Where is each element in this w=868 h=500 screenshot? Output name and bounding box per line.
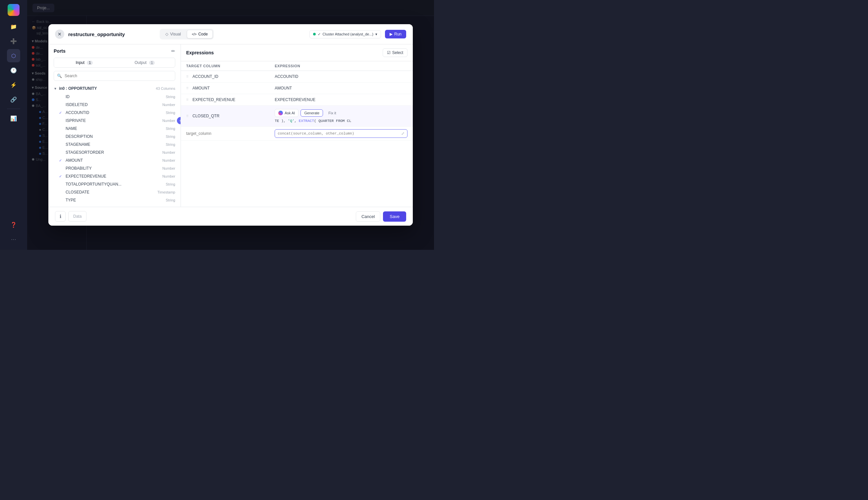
column-row-totalopportunity[interactable]: TOTALOPPORTUNITYQUAN... String	[48, 180, 181, 188]
generate-button[interactable]: Generate	[300, 109, 323, 117]
sidebar-icon-folder[interactable]: 📁	[7, 20, 20, 33]
ports-panel: Ports ✏ Input 1 Output 1 🔍	[48, 44, 181, 207]
data-button[interactable]: Data	[68, 211, 87, 222]
col-name-amount: AMOUNT	[66, 158, 162, 163]
col-type-stagesortorder: Number	[162, 150, 175, 155]
target-amount-label: AMOUNT	[193, 86, 210, 90]
target-expected-revenue-label: EXPECTED_REVENUE	[193, 98, 235, 102]
col-type-expectedrevenue: Number	[162, 174, 175, 178]
input-tab-button[interactable]: Input 1	[54, 58, 115, 67]
column-row-stagesortorder[interactable]: STAGESORTORDER Number	[48, 148, 181, 156]
search-input[interactable]	[54, 71, 175, 81]
sidebar-icon-link[interactable]: 🔗	[7, 93, 20, 106]
col-name-expectedrevenue: EXPECTEDREVENUE	[66, 174, 162, 179]
info-button[interactable]: ℹ	[55, 211, 66, 222]
select-label: Select	[392, 50, 403, 55]
modal-header: ✕ restructure_opportunity ◇ Visual </> C…	[48, 24, 413, 44]
output-tab-label: Output	[135, 60, 146, 65]
section-label: in0 : OPPORTUNITY	[59, 86, 154, 91]
col-name-accountid: ACCOUNTID	[66, 110, 165, 115]
cluster-chevron-icon: ▾	[375, 32, 377, 36]
column-row-amount[interactable]: ✓ AMOUNT Number	[48, 156, 181, 164]
expr-row-closed-qtr[interactable]: ⠿ CLOSED_QTR Ask AI Generate	[181, 106, 413, 127]
col-type-stagename: String	[165, 143, 175, 146]
target-expected-revenue: ⠿ EXPECTED_REVENUE	[186, 98, 275, 102]
target-amount: ⠿ AMOUNT	[186, 86, 275, 90]
expr-row-account-id[interactable]: ⠿ ACCOUNT_ID ACCOUNTID	[181, 71, 413, 82]
expr-amount-value: AMOUNT	[275, 86, 408, 90]
drag-handle-icon: ⠿	[186, 75, 189, 79]
check-icon-accountid: ✓	[59, 111, 64, 115]
column-row-name[interactable]: NAME String	[48, 125, 181, 133]
code-tab-label: Code	[198, 32, 208, 36]
expr-col-header: Expression	[275, 64, 408, 68]
select-button[interactable]: ☑ Select	[382, 48, 408, 57]
sidebar-icon-more[interactable]: ⋯	[7, 232, 20, 246]
fix-it-button[interactable]: Fix it	[325, 110, 339, 116]
input-count-badge: 1	[87, 61, 93, 65]
save-button[interactable]: Save	[383, 212, 406, 222]
add-row-button[interactable]: +	[177, 117, 181, 124]
run-label: Run	[394, 32, 401, 36]
drag-handle-icon: ⠿	[186, 87, 189, 90]
fix-it-label: Fix it	[328, 111, 336, 115]
checkmark-icon: ✓	[318, 32, 321, 36]
output-tab-button[interactable]: Output 1	[115, 58, 175, 67]
cancel-button[interactable]: Cancel	[356, 212, 380, 222]
expand-icon[interactable]: ⤢	[401, 131, 404, 136]
sidebar-icon-diamond[interactable]: ⬡	[7, 49, 20, 62]
target-col-header: Target Column	[186, 64, 275, 68]
modal-body: Ports ✏ Input 1 Output 1 🔍	[48, 44, 413, 207]
visual-tab-button[interactable]: ◇ Visual	[161, 30, 185, 38]
app-logo	[8, 4, 20, 16]
col-type-isdeleted: Number	[162, 103, 175, 107]
ai-orb-icon	[278, 111, 283, 115]
column-row-stagename[interactable]: STAGENAME String	[48, 140, 181, 148]
expr-row-amount[interactable]: ⠿ AMOUNT AMOUNT	[181, 82, 413, 94]
sidebar-icon-add[interactable]: ➕	[7, 34, 20, 48]
column-row-type[interactable]: TYPE String	[48, 196, 181, 204]
expr-expected-revenue-value: EXPECTEDREVENUE	[275, 98, 408, 102]
column-row-accountid[interactable]: ✓ ACCOUNTID String	[48, 109, 181, 117]
run-button[interactable]: ▶ Run	[385, 30, 406, 38]
sidebar-icon-help[interactable]: ❓	[7, 218, 20, 231]
sidebar-icon-clock[interactable]: 🕐	[7, 64, 20, 77]
sidebar: 📁 ➕ ⬡ 🕐 ⚡ 🔗 📊 ❓ ⋯	[0, 0, 27, 250]
col-name-isprivate: ISPRIVATE	[66, 118, 162, 123]
col-type-probability: Number	[162, 166, 175, 170]
col-type-closedate: Timestamp	[157, 190, 175, 194]
cancel-label: Cancel	[362, 214, 375, 219]
column-row-probability[interactable]: PROBABILITY Number	[48, 164, 181, 172]
code-tab-button[interactable]: </> Code	[187, 30, 213, 38]
column-row-id[interactable]: ID String	[48, 93, 181, 101]
expression-input[interactable]	[278, 132, 401, 136]
target-column-input[interactable]	[186, 131, 275, 136]
column-row-description[interactable]: DESCRIPTION String	[48, 133, 181, 140]
cluster-status-dot	[313, 33, 316, 35]
ask-ai-button[interactable]: Ask AI	[275, 109, 298, 117]
footer-right: Cancel Save	[356, 212, 406, 222]
col-type-name: String	[165, 127, 175, 130]
code-tab-icon: </>	[192, 33, 196, 36]
column-row-expectedrevenue[interactable]: ✓ EXPECTEDREVENUE Number	[48, 172, 181, 180]
expressions-panel: Expressions ☑ Select Target Column Expre…	[181, 44, 413, 207]
search-box: 🔍	[54, 71, 175, 81]
sidebar-icon-activity[interactable]: ⚡	[7, 78, 20, 91]
sidebar-icon-table[interactable]: 📊	[7, 112, 20, 125]
edit-icon[interactable]: ✏	[171, 48, 175, 54]
expr-row-expected-revenue[interactable]: ⠿ EXPECTED_REVENUE EXPECTEDREVENUE	[181, 94, 413, 106]
modal-container: ✕ restructure_opportunity ◇ Visual </> C…	[48, 24, 413, 226]
section-header-in0[interactable]: ▼ in0 : OPPORTUNITY 43 Columns	[48, 84, 181, 93]
expr-new-row: ⤢	[181, 127, 413, 141]
column-row-closedate[interactable]: CLOSEDATE Timestamp	[48, 188, 181, 196]
cluster-badge[interactable]: ✓ Cluster Attached (analyst_de...) ▾	[309, 30, 381, 38]
modal-close-button[interactable]: ✕	[55, 30, 64, 39]
drag-handle-icon: ⠿	[186, 98, 189, 102]
section-chevron-icon: ▼	[54, 87, 57, 90]
save-label: Save	[390, 214, 400, 219]
column-row-isdeleted[interactable]: ISDELETED Number	[48, 101, 181, 109]
generate-label: Generate	[304, 111, 319, 115]
col-name-type: TYPE	[66, 198, 165, 203]
target-account-id-label: ACCOUNT_ID	[193, 74, 218, 79]
column-row-isprivate[interactable]: ISPRIVATE Number +	[48, 117, 181, 125]
